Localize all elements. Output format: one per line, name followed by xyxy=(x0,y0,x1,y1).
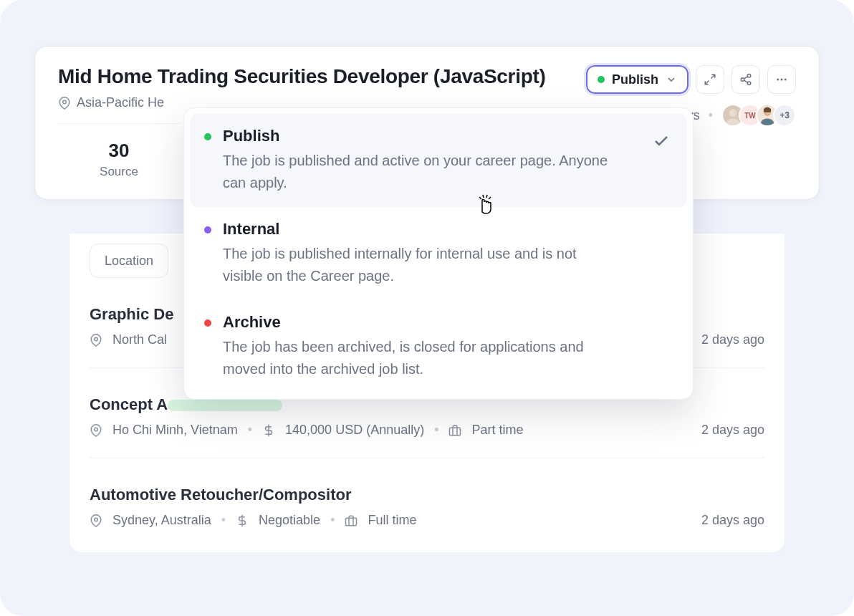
separator-dot: • xyxy=(330,513,335,528)
filter-location-label: Location xyxy=(105,254,153,269)
job-type: Full time xyxy=(368,513,416,528)
dropdown-item-desc: The job is published internally for inte… xyxy=(223,243,610,287)
stat-label: Source xyxy=(58,165,180,179)
separator-dot: • xyxy=(709,108,713,123)
svg-point-1 xyxy=(95,428,98,431)
dropdown-item-title: Internal xyxy=(223,220,610,239)
svg-point-4 xyxy=(95,518,98,521)
map-pin-icon xyxy=(58,97,71,110)
job-salary: Negotiable xyxy=(259,513,320,528)
separator-dot: • xyxy=(221,513,226,528)
dropdown-item-desc: The job has been archived, is closed for… xyxy=(223,336,610,380)
dropdown-item-title: Archive xyxy=(223,313,610,332)
stat-value: 30 xyxy=(58,140,180,162)
more-button[interactable] xyxy=(767,65,796,94)
map-pin-icon xyxy=(90,514,102,527)
separator-dot: • xyxy=(434,423,438,438)
dropdown-item-title: Publish xyxy=(223,127,610,145)
job-title: Concept A xyxy=(90,395,168,413)
dropdown-item-publish[interactable]: Publish The job is published and active … xyxy=(190,114,687,207)
map-pin-icon xyxy=(90,334,102,347)
meta-row: vs • TW +3 xyxy=(687,104,796,127)
chevron-down-icon xyxy=(666,74,677,85)
status-dot-icon xyxy=(204,133,211,140)
svg-point-15 xyxy=(777,79,779,81)
stat-source[interactable]: 30 Source xyxy=(58,123,180,199)
job-posted-ago: 2 days ago xyxy=(701,332,764,347)
dollar-icon xyxy=(236,514,249,527)
job-tag-pill xyxy=(168,400,282,411)
job-title-heading: Mid Home Trading Securities Developer (J… xyxy=(58,65,546,88)
expand-button[interactable] xyxy=(696,65,724,94)
job-location-text: Asia-Pacific He xyxy=(77,95,164,110)
avatar-overflow[interactable]: +3 xyxy=(773,104,796,127)
job-title: Automotive Retoucher/Compositor xyxy=(90,486,764,504)
share-icon xyxy=(739,73,752,86)
check-icon xyxy=(653,133,670,150)
svg-point-0 xyxy=(95,337,98,341)
share-button[interactable] xyxy=(731,65,760,94)
svg-line-9 xyxy=(705,81,709,85)
job-location: Sydney, Australia xyxy=(112,513,211,528)
job-type: Part time xyxy=(471,423,523,438)
svg-point-12 xyxy=(747,82,751,85)
job-location: North Cal xyxy=(112,332,167,347)
svg-point-7 xyxy=(63,100,67,104)
svg-line-8 xyxy=(711,74,715,78)
separator-dot: • xyxy=(248,423,252,438)
svg-point-11 xyxy=(741,78,744,82)
status-dot-icon xyxy=(598,76,605,83)
map-pin-icon xyxy=(90,424,102,437)
expand-icon xyxy=(704,73,716,86)
svg-point-10 xyxy=(747,74,751,78)
job-salary: 140,000 USD (Annually) xyxy=(285,423,424,438)
svg-point-16 xyxy=(781,79,783,81)
status-dot-icon xyxy=(204,319,211,327)
dropdown-item-internal[interactable]: Internal The job is published internally… xyxy=(190,207,687,300)
filter-location-chip[interactable]: Location xyxy=(90,244,168,278)
dropdown-item-archive[interactable]: Archive The job has been archived, is cl… xyxy=(190,300,687,393)
svg-rect-6 xyxy=(346,518,357,526)
job-row[interactable]: Automotive Retoucher/Compositor Sydney, … xyxy=(90,458,764,528)
job-posted-ago: 2 days ago xyxy=(701,513,764,528)
dropdown-item-desc: The job is published and active on your … xyxy=(223,150,610,194)
svg-point-19 xyxy=(729,109,737,117)
collaborator-avatars[interactable]: TW +3 xyxy=(721,104,796,127)
job-posted-ago: 2 days ago xyxy=(701,423,764,438)
publish-button-label: Publish xyxy=(612,72,658,87)
publish-status-button[interactable]: Publish xyxy=(586,65,689,94)
svg-rect-3 xyxy=(450,428,461,435)
svg-point-17 xyxy=(785,79,787,81)
briefcase-icon xyxy=(345,514,358,527)
svg-line-13 xyxy=(744,80,747,82)
publish-status-dropdown: Publish The job is published and active … xyxy=(183,107,694,400)
status-dot-icon xyxy=(204,226,211,234)
job-location: Ho Chi Minh, Vietnam xyxy=(112,423,238,438)
briefcase-icon xyxy=(448,424,461,437)
svg-line-14 xyxy=(744,77,747,79)
page-background: Location Graphic De North Cal 2 days ago… xyxy=(0,0,854,616)
dollar-icon xyxy=(262,424,275,437)
more-horizontal-icon xyxy=(775,73,788,86)
